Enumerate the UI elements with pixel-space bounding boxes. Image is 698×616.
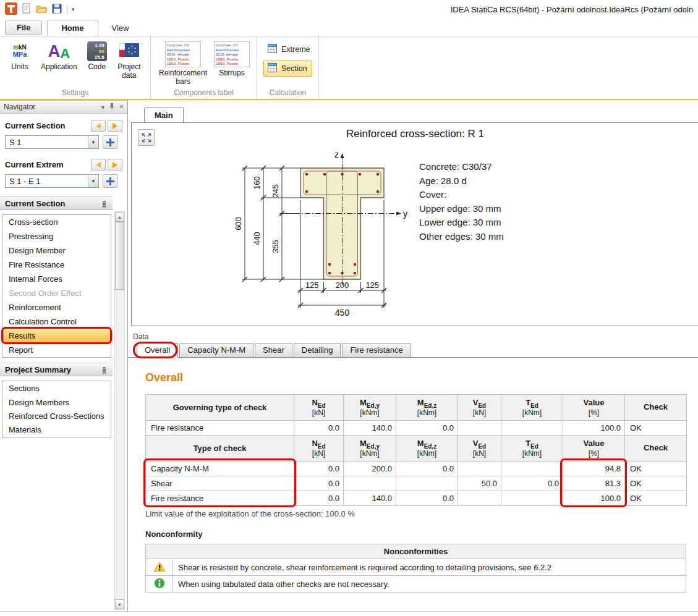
sidebar-item-design-member[interactable]: Design Member (2, 243, 111, 258)
sidebar-item-results[interactable]: Results (2, 329, 111, 343)
ribbon-group-components: Concrete: C3 Reinforcemen 2016, elevate … (151, 36, 257, 99)
sidebar-item-reinforcement[interactable]: Reinforcement (2, 300, 111, 314)
tab-shear[interactable]: Shear (255, 343, 292, 357)
group-label-settings: Settings (0, 88, 150, 99)
add-extreme-button[interactable] (103, 174, 117, 188)
sidebar-item-internal-forces[interactable]: Internal Forces (2, 272, 111, 286)
cell-medz: 0.0 (396, 462, 458, 476)
column-medy: MEd,y[kNm] (344, 436, 396, 462)
previous-arrow-icon (96, 123, 101, 129)
info-lower-edge: Lower edge: 30 mm (419, 216, 504, 230)
sidebar-item-prestressing[interactable]: Prestressing (2, 229, 111, 243)
stirrups-button[interactable]: Concrete: C3 Reinforcemen 2016, elevate … (213, 40, 251, 78)
cell-label: Shear (146, 476, 294, 491)
group-label-components: Components label (151, 88, 257, 99)
code-button[interactable]: 1.45 90 25.8 Code (83, 40, 111, 74)
cell-medy: 200.0 (344, 462, 396, 476)
fit-view-button[interactable] (138, 129, 155, 146)
tab-home[interactable]: Home (47, 20, 98, 36)
tab-overall[interactable]: Overall (137, 343, 178, 358)
project-summary-group-header[interactable]: Project Summary «« (0, 363, 113, 376)
data-tab-bar: Overall Capacity N-M-M Shear Detailing F… (128, 343, 698, 358)
tab-detailing[interactable]: Detailing (294, 343, 341, 357)
cell-ved: 50.0 (458, 476, 501, 491)
sidebar-item-report[interactable]: Report (2, 343, 111, 357)
governing-row: Fire resistance 0.0 140.0 0.0 100.0 OK (146, 421, 687, 436)
collapse-icon[interactable]: «« (100, 200, 109, 206)
open-folder-icon[interactable] (36, 3, 48, 16)
cell-check: OK (625, 476, 687, 491)
combo-dropdown-icon[interactable]: ▼ (88, 136, 98, 148)
column-check: Check (625, 395, 687, 421)
column-type-of-check: Type of check (146, 436, 294, 462)
next-section-button[interactable] (108, 120, 122, 132)
cell-check: OK (625, 462, 687, 476)
next-arrow-icon (113, 123, 117, 129)
scrollbar-thumb[interactable] (115, 222, 124, 290)
scrollbar-track[interactable] (115, 222, 124, 599)
column-value: Value[%] (563, 436, 625, 462)
collapse-icon[interactable]: «« (100, 366, 109, 373)
cell-ved (458, 421, 501, 436)
group-label-calculation: Calculation (257, 88, 318, 99)
sidebar-item-sections[interactable]: Sections (2, 381, 111, 395)
warning-icon (146, 559, 173, 576)
navigator-scrollbar[interactable]: ▲ ▼ (114, 211, 125, 610)
page-title: Overall (145, 371, 698, 384)
units-icon: mkN MPa (9, 41, 31, 61)
column-ned: NEd[kN] (294, 395, 344, 421)
data-panel-label: Data (133, 332, 148, 341)
column-ned: NEd[kN] (294, 436, 344, 462)
application-button[interactable]: AA Application (37, 40, 81, 74)
current-extreme-label: Current Extrem (5, 160, 89, 169)
application-label: Application (41, 63, 77, 72)
tab-view[interactable]: View (98, 20, 143, 36)
column-governing-type: Governing type of check (146, 395, 294, 421)
main-area: Main Reinforced cross-section: R 1 (128, 100, 698, 616)
extreme-label: Extreme (281, 45, 310, 54)
save-icon[interactable] (51, 3, 62, 16)
navigator-panel: Navigator ▾ × Current Section S 1 ▼ Curr… (0, 100, 128, 612)
nonconformity-row: When using tabulated data other checks a… (146, 576, 686, 593)
cross-section-view: Reinforced cross-section: R 1 (131, 122, 698, 326)
navigator-pin-icon[interactable] (109, 103, 115, 111)
sidebar-item-calculation-control[interactable]: Calculation Control (2, 314, 111, 329)
column-ted: TEd[kNm] (501, 436, 563, 462)
current-section-combo[interactable]: S 1 ▼ (5, 135, 99, 149)
reinforcement-bars-button[interactable]: Concrete: C3 Reinforcemen 2016, elevate … (156, 40, 210, 86)
application-icon: AA (48, 41, 70, 61)
sidebar-item-cross-section[interactable]: Cross-section (2, 215, 111, 229)
sidebar-item-materials[interactable]: Materials (2, 423, 111, 437)
add-section-button[interactable] (103, 135, 117, 149)
combo-dropdown-icon[interactable]: ▼ (88, 175, 98, 187)
scroll-up-icon[interactable]: ▲ (115, 212, 124, 222)
sidebar-item-fire-resistance[interactable]: Fire Resistance (2, 258, 111, 272)
scroll-down-icon[interactable]: ▼ (115, 599, 124, 609)
current-extreme-combo[interactable]: S 1 - E 1 ▼ (5, 174, 99, 188)
project-data-button[interactable]: Project data (113, 40, 145, 82)
ribbon-group-calculation: Extreme Section Calculation (257, 36, 319, 99)
cell-ted (501, 491, 563, 506)
new-file-icon[interactable] (21, 3, 32, 16)
ribbon-group-settings: mkN MPa Units AA Application 1.45 90 25.… (0, 36, 151, 99)
units-button[interactable]: mkN MPa Units (5, 40, 35, 74)
navigator-dropdown-icon[interactable]: ▾ (101, 104, 104, 111)
dim-axis-to-bottom: 355 (271, 240, 280, 253)
sidebar-item-design-members[interactable]: Design Members (2, 395, 111, 410)
current-section-group-header[interactable]: Current Section «« (0, 196, 113, 210)
tab-fire-resistance[interactable]: Fire resistance (342, 343, 411, 357)
quick-access-dropdown-icon[interactable]: ▾ (72, 6, 75, 12)
previous-extreme-button[interactable] (91, 159, 106, 171)
stirrups-label: Stirrups (219, 69, 244, 78)
tab-capacity-n-m-m[interactable]: Capacity N-M-M (179, 343, 253, 357)
next-extreme-button[interactable] (108, 159, 122, 171)
tab-file[interactable]: File (5, 20, 42, 35)
extreme-button[interactable]: Extreme (263, 41, 312, 57)
app-logo-icon[interactable] (5, 2, 17, 17)
sidebar-item-reinforced-cross-sections[interactable]: Reinforced Cross-Sections (2, 410, 111, 423)
tab-main[interactable]: Main (144, 108, 184, 122)
previous-section-button[interactable] (91, 120, 106, 132)
navigator-close-icon[interactable]: × (119, 103, 124, 111)
section-button[interactable]: Section (263, 61, 312, 77)
code-icon: 1.45 90 25.8 (87, 41, 107, 61)
